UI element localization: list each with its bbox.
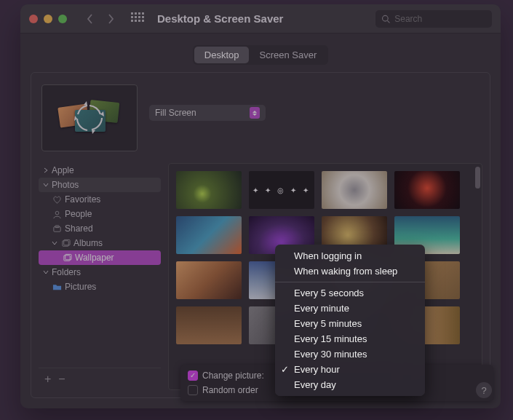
add-source-button[interactable]: +: [44, 373, 51, 386]
svg-rect-10: [138, 20, 140, 22]
menu-separator: [275, 282, 425, 282]
chevron-right-icon: [43, 167, 49, 173]
albums-icon: [60, 238, 71, 248]
wallpaper-thumbnail[interactable]: [394, 171, 460, 209]
album-icon: [62, 253, 72, 263]
sidebar-label: Pictures: [65, 282, 96, 292]
sidebar-label: Favorites: [65, 194, 100, 205]
wallpaper-thumbnail[interactable]: ✦ ✦ ◎ ✦ ✦: [249, 171, 314, 209]
cycle-arrows-icon: [56, 95, 123, 140]
svg-rect-3: [142, 12, 144, 15]
sidebar-label: Albums: [73, 238, 103, 248]
tab-screensaver[interactable]: Screen Saver: [249, 47, 327, 63]
preferences-window: Desktop & Screen Saver Desktop Screen Sa…: [20, 4, 501, 408]
sidebar-label: Photos: [52, 180, 79, 190]
show-all-icon[interactable]: [131, 12, 144, 25]
sidebar-item-albums[interactable]: Albums: [39, 236, 161, 250]
svg-rect-6: [138, 16, 140, 18]
sidebar-label: Wallpaper: [75, 253, 114, 263]
menu-item-every-30-minutes[interactable]: Every 30 minutes: [275, 346, 425, 362]
menu-item-every-15-minutes[interactable]: Every 15 minutes: [275, 331, 425, 346]
folder-icon: [52, 282, 62, 292]
search-field[interactable]: [375, 10, 492, 28]
menu-item-every-minute[interactable]: Every minute: [275, 301, 425, 316]
shared-icon: [52, 223, 62, 234]
svg-rect-11: [142, 20, 144, 22]
sidebar-item-folders[interactable]: Folders: [39, 265, 161, 280]
svg-rect-4: [131, 16, 133, 18]
wallpaper-thumbnail[interactable]: [176, 306, 242, 344]
svg-point-12: [383, 15, 389, 21]
wallpaper-thumbnail[interactable]: [176, 261, 242, 299]
tab-segment: Desktop Screen Saver: [193, 45, 328, 65]
sidebar-item-people[interactable]: People: [39, 207, 161, 221]
menu-item-every-day[interactable]: Every day: [275, 377, 425, 392]
scrollbar[interactable]: [475, 167, 480, 189]
help-button[interactable]: ?: [476, 382, 492, 398]
search-input[interactable]: [394, 14, 486, 24]
chevron-down-icon: [43, 269, 49, 275]
chevron-down-icon: [52, 240, 57, 246]
sidebar-label: Apple: [52, 165, 74, 175]
svg-rect-7: [142, 16, 144, 18]
svg-rect-0: [131, 12, 133, 15]
svg-rect-2: [138, 12, 140, 15]
wallpaper-thumbnail[interactable]: [176, 171, 242, 209]
heart-icon: [52, 194, 62, 205]
sidebar-label: Shared: [65, 223, 93, 234]
wallpaper-thumbnail[interactable]: [322, 171, 387, 209]
window-title: Desktop & Screen Saver: [157, 12, 283, 25]
sidebar-item-wallpaper[interactable]: Wallpaper: [39, 250, 161, 265]
tab-desktop[interactable]: Desktop: [194, 47, 250, 63]
svg-marker-14: [100, 111, 104, 116]
source-sidebar: Apple Photos Favorites People: [39, 163, 161, 390]
svg-rect-8: [131, 20, 133, 22]
change-picture-checkbox[interactable]: [188, 371, 198, 381]
desktop-preview: [41, 84, 138, 151]
sidebar-item-shared[interactable]: Shared: [39, 221, 161, 236]
svg-line-13: [387, 20, 389, 23]
menu-item-when-logging-in[interactable]: When logging in: [275, 248, 425, 264]
chevron-down-icon: [43, 182, 49, 188]
interval-popup-menu: When logging in When waking from sleep E…: [275, 245, 425, 396]
sidebar-item-pictures[interactable]: Pictures: [39, 280, 161, 294]
svg-marker-15: [92, 130, 95, 134]
svg-rect-5: [135, 16, 137, 18]
fit-mode-value: Fill Screen: [155, 108, 196, 118]
random-order-checkbox[interactable]: [188, 385, 198, 395]
svg-marker-17: [84, 101, 87, 106]
menu-item-every-5-seconds[interactable]: Every 5 seconds: [275, 285, 425, 301]
fit-mode-select[interactable]: Fill Screen: [149, 105, 266, 121]
forward-button[interactable]: [102, 10, 119, 28]
close-window-button[interactable]: [29, 15, 38, 23]
back-button[interactable]: [81, 10, 99, 28]
sidebar-item-favorites[interactable]: Favorites: [39, 192, 161, 207]
select-stepper-icon: [250, 107, 260, 119]
random-order-label: Random order: [202, 385, 258, 395]
window-controls: [29, 15, 67, 23]
search-icon: [381, 14, 390, 24]
svg-point-18: [55, 211, 59, 215]
remove-source-button[interactable]: −: [58, 373, 65, 386]
sidebar-label: People: [65, 209, 92, 219]
minimize-window-button[interactable]: [44, 15, 52, 23]
sidebar-label: Folders: [52, 267, 81, 277]
titlebar: Desktop & Screen Saver: [20, 4, 501, 33]
wallpaper-thumbnail[interactable]: [176, 216, 242, 254]
menu-item-every-5-minutes[interactable]: Every 5 minutes: [275, 316, 425, 331]
sidebar-item-photos[interactable]: Photos: [39, 178, 161, 192]
menu-item-every-hour[interactable]: Every hour: [275, 362, 425, 377]
sidebar-item-apple[interactable]: Apple: [39, 163, 161, 178]
person-icon: [52, 209, 62, 219]
svg-rect-1: [135, 12, 137, 15]
change-picture-label: Change picture:: [202, 371, 264, 381]
zoom-window-button[interactable]: [58, 15, 67, 23]
svg-rect-9: [135, 20, 137, 22]
menu-item-when-waking[interactable]: When waking from sleep: [275, 264, 425, 279]
